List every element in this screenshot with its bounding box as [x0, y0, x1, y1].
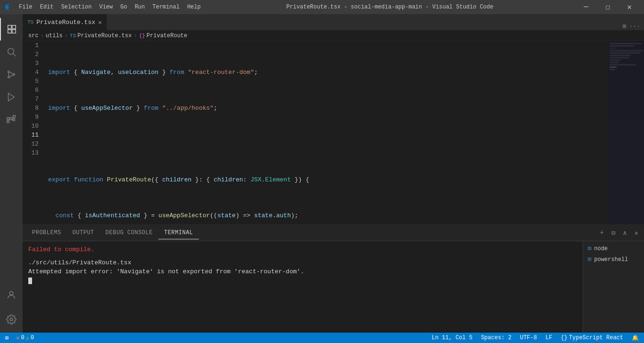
terminal-list: ⊡ node ⊡ powershell [583, 241, 644, 333]
status-position[interactable]: Ln 11, Col 5 [430, 335, 474, 341]
terminal-powershell-icon: ⊡ [588, 256, 591, 263]
split-terminal-button[interactable]: ⊟ [610, 228, 617, 238]
tab-privateroute[interactable]: TS PrivateRoute.tsx ✕ [23, 14, 107, 30]
svg-rect-15 [10, 117, 12, 120]
activity-account[interactable] [0, 284, 23, 306]
activity-extensions[interactable] [0, 108, 23, 131]
braces-icon: {} [561, 335, 567, 341]
panel-tab-output[interactable]: OUTPUT [67, 227, 100, 239]
line-num-1: 1 [23, 41, 42, 50]
tab-label: PrivateRoute.tsx [36, 19, 95, 26]
code-line-5: const { isAuthenticated } = useAppSelect… [48, 211, 606, 220]
terminal-item-powershell[interactable]: ⊡ powershell [583, 254, 644, 265]
titlebar: File Edit Selection View Go Run Terminal… [0, 0, 644, 14]
compile-error-text: Failed to compile. [28, 246, 94, 253]
panel-tab-debug[interactable]: DEBUG CONSOLE [100, 227, 158, 239]
status-bar: ⊞ ✕ 0 ⚠ 0 Ln 11, Col 5 Spaces: 2 UTF-8 L… [0, 333, 644, 343]
menu-help[interactable]: Help [183, 2, 205, 12]
more-tabs-icon[interactable]: ··· [629, 23, 640, 30]
code-line-1: import { Navigate, useLocation } from "r… [48, 68, 606, 77]
new-terminal-button[interactable]: + [598, 228, 605, 238]
vscode-icon [4, 3, 11, 11]
activity-source-control[interactable] [0, 63, 23, 86]
svg-point-21 [10, 318, 13, 321]
terminal-node-icon: ⊡ [588, 245, 591, 252]
terminal-error-message: Attempted import error: 'Navigate' is no… [28, 267, 577, 277]
menu-go[interactable]: Go [116, 2, 131, 12]
menu-terminal[interactable]: Terminal [149, 2, 183, 12]
breadcrumb-sep-1: › [41, 33, 44, 39]
menu-edit[interactable]: Edit [36, 2, 58, 12]
menu-view[interactable]: View [95, 2, 116, 12]
minimize-button[interactable]: ─ [575, 0, 597, 14]
status-line-ending[interactable]: LF [544, 335, 553, 341]
panel-content[interactable]: Failed to compile. ./src/utils/PrivateRo… [23, 241, 583, 333]
line-num-13: 13 [23, 148, 42, 157]
close-button[interactable]: ✕ [619, 0, 640, 14]
code-editor[interactable]: 1 2 3 4 5 6 7 8 9 10 11 12 13 import { N… [23, 41, 644, 224]
main-layout: TS PrivateRoute.tsx ✕ ⊞ ··· src › utils … [0, 14, 644, 333]
maximize-button[interactable]: ☐ [597, 0, 619, 14]
code-content[interactable]: import { Navigate, useLocation } from "r… [46, 41, 606, 224]
code-line-4: export function PrivateRoute({ children … [48, 175, 606, 184]
split-editor-icon[interactable]: ⊞ [623, 23, 627, 30]
activity-run-debug[interactable] [0, 86, 23, 108]
line-num-10: 10 [23, 122, 42, 131]
ts-file-icon: TS [27, 19, 33, 25]
close-panel-button[interactable]: ✕ [633, 228, 640, 238]
line-num-5: 5 [23, 77, 42, 86]
menu-selection[interactable]: Selection [58, 2, 96, 12]
error-icon: ✕ [16, 335, 19, 342]
breadcrumb-utils[interactable]: utils [46, 33, 63, 39]
terminal-prompt-line [28, 277, 577, 286]
activity-explorer[interactable] [0, 18, 23, 41]
window-title: PrivateRoute.tsx - social-media-app-main… [205, 4, 575, 10]
breadcrumb: src › utils › TS PrivateRoute.tsx › {} P… [23, 31, 644, 41]
menu-run[interactable]: Run [131, 2, 149, 12]
line-num-6: 6 [23, 86, 42, 95]
feedback-icon: 🔔 [632, 335, 639, 342]
status-spaces[interactable]: Spaces: 2 [479, 335, 513, 341]
terminal-powershell-label: powershell [594, 256, 628, 263]
terminal-item-node[interactable]: ⊡ node [583, 243, 644, 254]
line-num-12: 12 [23, 139, 42, 148]
line-num-9: 9 [23, 113, 42, 122]
line-num-2: 2 [23, 50, 42, 59]
svg-rect-3 [12, 30, 16, 33]
panel-actions: + ⊟ ∧ ✕ [598, 228, 640, 238]
status-errors[interactable]: ✕ 0 ⚠ 0 [15, 335, 35, 342]
window-controls: ─ ☐ ✕ [575, 0, 640, 14]
panel-tab-problems[interactable]: PROBLEMS [26, 227, 67, 239]
svg-point-7 [8, 76, 10, 78]
maximize-panel-button[interactable]: ∧ [621, 228, 628, 238]
breadcrumb-src[interactable]: src [28, 33, 39, 39]
activity-search[interactable] [0, 41, 23, 63]
status-language[interactable]: {} TypeScript React [559, 335, 625, 341]
status-remote[interactable]: ⊞ [4, 335, 10, 342]
svg-rect-2 [8, 30, 11, 33]
warning-count: 0 [31, 335, 34, 341]
svg-point-6 [8, 71, 10, 73]
panel-tab-terminal[interactable]: TERMINAL [158, 227, 199, 239]
tab-close-button[interactable]: ✕ [98, 18, 102, 26]
svg-rect-16 [13, 115, 16, 118]
svg-rect-0 [8, 25, 11, 29]
breadcrumb-sep-2: › [65, 33, 68, 39]
remote-icon: ⊞ [5, 335, 8, 342]
breadcrumb-symbol[interactable]: {} PrivateRoute [139, 33, 188, 39]
menu-file[interactable]: File [15, 2, 36, 12]
activity-settings[interactable] [0, 308, 23, 331]
terminal-node-label: node [594, 245, 608, 252]
status-left: ⊞ ✕ 0 ⚠ 0 [4, 335, 35, 342]
breadcrumb-file[interactable]: TS PrivateRoute.tsx [70, 33, 132, 39]
terminal-error-line: Failed to compile. [28, 245, 577, 254]
svg-line-11 [9, 72, 13, 74]
line-num-4: 4 [23, 68, 42, 77]
status-right: Ln 11, Col 5 Spaces: 2 UTF-8 LF {} TypeS… [430, 335, 640, 342]
svg-point-20 [9, 292, 13, 295]
line-numbers: 1 2 3 4 5 6 7 8 9 10 11 12 13 [23, 41, 46, 224]
panel: PROBLEMS OUTPUT DEBUG CONSOLE TERMINAL +… [23, 224, 644, 333]
status-encoding[interactable]: UTF-8 [519, 335, 538, 341]
line-num-7: 7 [23, 95, 42, 104]
status-feedback[interactable]: 🔔 [630, 335, 640, 342]
